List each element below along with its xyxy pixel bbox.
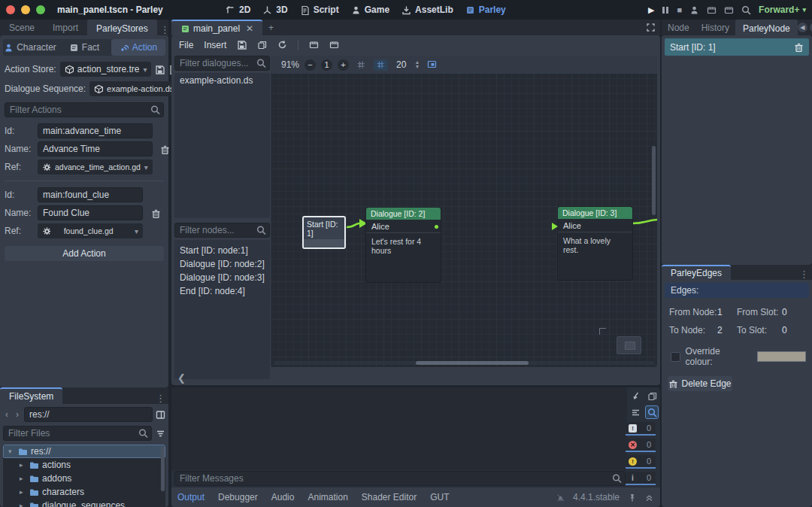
tab-parleyedges[interactable]: ParleyEdges (662, 265, 731, 280)
tree-item[interactable]: ▸ dialogue_sequences (3, 499, 165, 507)
test-dialogue-button[interactable] (309, 40, 319, 50)
history-back-icon[interactable]: ◀ (798, 23, 807, 32)
tab-gut[interactable]: GUT (430, 492, 449, 502)
tab-2d[interactable]: 2D (226, 5, 250, 15)
tab-action[interactable]: Action (111, 39, 165, 56)
filter-dialogues-input[interactable] (174, 56, 270, 71)
minimap-toggle-button[interactable] (425, 59, 440, 71)
quick-run-button[interactable] (741, 5, 751, 15)
tree-item[interactable]: ▸ actions (3, 458, 165, 472)
filter-actions-input[interactable] (5, 102, 164, 117)
message-counter-all[interactable]: !0 (626, 422, 656, 436)
pin-icon[interactable] (627, 493, 637, 502)
left-dock-menu-icon[interactable]: ⋮ (157, 24, 173, 35)
pause-button[interactable] (662, 7, 669, 14)
file-menu[interactable]: File (179, 40, 193, 50)
filter-messages-input[interactable] (174, 471, 626, 486)
save-button[interactable] (237, 40, 247, 50)
tab-assetlib[interactable]: AssetLib (401, 5, 453, 15)
add-action-button[interactable]: Add Action (5, 246, 164, 261)
insert-menu[interactable]: Insert (204, 40, 226, 50)
expand-bottom-panel-icon[interactable] (644, 493, 654, 502)
message-counter-info[interactable]: i0 (626, 472, 656, 485)
tab-fact[interactable]: Fact (57, 39, 111, 56)
nav-forward-icon[interactable]: › (14, 409, 21, 420)
copy-output-button[interactable] (645, 389, 659, 402)
delete-edge-button[interactable]: Delete Edge (668, 376, 732, 391)
action-id-field[interactable] (38, 187, 143, 202)
action-name-field[interactable] (38, 205, 143, 220)
action-store-dropdown[interactable]: action_store.tre ▾ (60, 62, 152, 77)
tab-game[interactable]: Game (351, 5, 389, 15)
play-button[interactable]: ▶ (648, 5, 654, 15)
selected-node-row[interactable]: Start [ID: 1] (665, 38, 809, 56)
tab-animation[interactable]: Animation (308, 492, 347, 502)
close-tab-icon[interactable]: ✕ (246, 23, 253, 34)
collapse-messages-button[interactable] (629, 405, 642, 419)
chevron-down-icon[interactable]: ▾ (8, 448, 14, 455)
graph-minimap[interactable] (617, 336, 641, 354)
chevron-right-icon[interactable]: ▸ (20, 488, 26, 496)
graph-vscroll-thumb[interactable] (652, 146, 656, 215)
spinner-down-icon[interactable]: ▼ (414, 65, 420, 69)
tab-output[interactable]: Output (177, 492, 205, 502)
dialogue-graph[interactable]: 91% − 1 + 20 ▲▼ Start [ID: 1] Dialog (271, 56, 657, 367)
stop-button[interactable]: ■ (677, 5, 682, 14)
tab-parleystores[interactable]: ParleyStores (87, 20, 157, 35)
tab-filesystem[interactable]: FileSystem (0, 387, 62, 404)
search-output-button[interactable] (645, 405, 659, 419)
message-counter-warnings[interactable]: !0 (626, 455, 656, 469)
mute-bell-icon[interactable] (556, 493, 565, 502)
tab-parley[interactable]: Parley (465, 5, 506, 15)
parleyedges-menu-icon[interactable]: ⋮ (796, 269, 812, 280)
edge-dialogue3-out[interactable] (632, 220, 657, 223)
tab-node[interactable]: Node (662, 20, 695, 35)
tab-audio[interactable]: Audio (271, 492, 295, 502)
tab-debugger[interactable]: Debugger (218, 492, 258, 502)
filter-files-input[interactable] (3, 426, 152, 441)
distraction-free-icon[interactable] (646, 23, 656, 32)
graph-node-start[interactable]: Start [ID: 1] (302, 216, 346, 249)
clear-output-button[interactable] (629, 389, 642, 402)
tab-import[interactable]: Import (44, 20, 87, 35)
graph-node-dialogue-3[interactable]: Dialogue [ID: 3] Alice What a lovely res… (558, 207, 632, 280)
input-port-icon[interactable] (552, 223, 558, 230)
tab-scene[interactable]: Scene (0, 20, 44, 35)
sort-files-button[interactable] (156, 429, 165, 439)
tab-history[interactable]: History (695, 20, 735, 35)
override-colour-checkbox[interactable] (671, 352, 680, 362)
tab-script[interactable]: Script (300, 5, 339, 15)
test-dialogue-from-start-button[interactable] (329, 40, 339, 50)
delete-node-button[interactable] (794, 42, 804, 52)
tab-main-panel[interactable]: main_panel ✕ (171, 20, 262, 35)
node-list-item[interactable]: Start [ID: node:1] (174, 244, 270, 257)
filter-nodes-input[interactable] (174, 223, 270, 238)
action-ref-dropdown[interactable]: found_clue.gd ▾ (38, 223, 143, 238)
message-counter-errors[interactable]: ✕0 (626, 439, 656, 452)
refresh-button[interactable] (277, 40, 287, 50)
snap-spinner[interactable]: ▲▼ (414, 60, 420, 69)
tab-shader-editor[interactable]: Shader Editor (362, 492, 417, 502)
edge-start-to-dialogue2[interactable] (347, 223, 359, 227)
zoom-window-icon[interactable] (36, 5, 45, 14)
nav-back-icon[interactable]: ‹ (3, 409, 11, 420)
renderer-selector[interactable]: Forward+▾ (759, 5, 806, 15)
zoom-in-button[interactable]: + (338, 59, 349, 71)
node-list-item[interactable]: Dialogue [ID: node:3] (174, 271, 270, 284)
tree-scrollbar[interactable] (161, 446, 165, 491)
run-movie-button[interactable] (707, 5, 717, 15)
collapse-sidebar-icon[interactable]: ❮ (177, 372, 186, 384)
chevron-right-icon[interactable]: ▸ (20, 461, 26, 469)
delete-action-button[interactable] (147, 208, 164, 218)
action-name-field[interactable] (38, 141, 153, 156)
toggle-split-button[interactable] (156, 410, 165, 420)
action-id-field[interactable] (38, 123, 153, 138)
snap-toggle-button[interactable] (374, 59, 388, 71)
snap-settings-button[interactable] (354, 59, 368, 71)
tree-item[interactable]: ▸ characters (3, 485, 165, 499)
engine-version[interactable]: 4.4.1.stable (573, 492, 620, 502)
close-window-icon[interactable] (6, 5, 15, 14)
new-tab-button[interactable]: + (262, 20, 280, 35)
node-list-item[interactable]: Dialogue [ID: node:2] (174, 257, 270, 271)
filesystem-menu-icon[interactable]: ⋮ (153, 393, 168, 404)
